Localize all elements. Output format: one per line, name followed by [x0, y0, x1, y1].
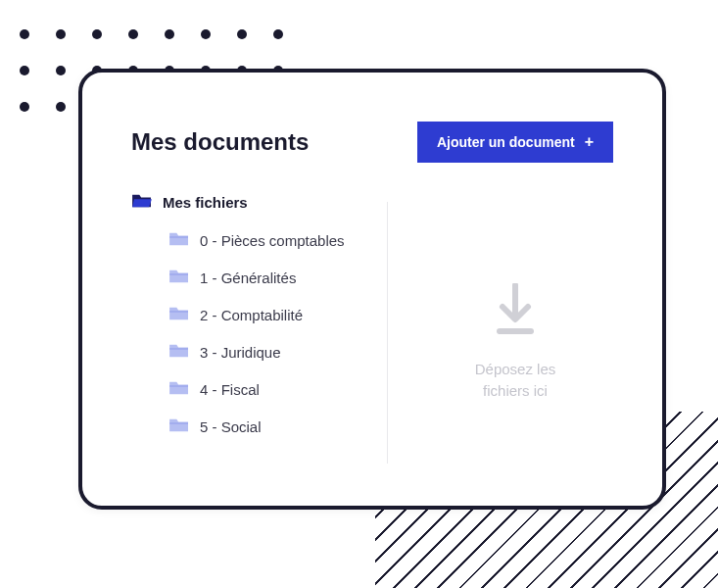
svg-rect-0 — [169, 236, 188, 237]
panel-content: Mes fichiers 0 - Pièces comptables 1 - G… — [131, 192, 613, 473]
svg-rect-5 — [169, 422, 188, 423]
tree-item-label: 0 - Pièces comptables — [200, 232, 345, 249]
folder-icon — [168, 268, 190, 288]
svg-rect-6 — [497, 328, 534, 334]
dropzone-text: Déposez les fichiers ici — [461, 359, 569, 403]
tree-item-label: 5 - Social — [200, 418, 262, 435]
svg-rect-3 — [169, 348, 188, 349]
tree-item[interactable]: 1 - Généralités — [168, 268, 358, 288]
add-document-label: Ajouter un document — [437, 134, 575, 150]
file-dropzone[interactable]: Déposez les fichiers ici — [417, 192, 613, 473]
svg-rect-2 — [169, 311, 188, 312]
page-title: Mes documents — [131, 128, 309, 156]
tree-item[interactable]: 4 - Fiscal — [168, 379, 358, 400]
tree-root-label: Mes fichiers — [163, 194, 248, 211]
tree-item[interactable]: 5 - Social — [168, 416, 358, 437]
tree-item-label: 1 - Généralités — [200, 270, 296, 286]
folder-icon — [168, 379, 190, 400]
folder-open-icon — [131, 192, 153, 213]
download-icon — [491, 283, 540, 341]
tree-root-item[interactable]: Mes fichiers — [131, 192, 358, 213]
panel-header: Mes documents Ajouter un document + — [131, 122, 613, 163]
plus-icon: + — [585, 133, 594, 151]
tree-item[interactable]: 2 - Comptabilité — [168, 305, 358, 325]
folder-icon — [168, 305, 190, 325]
divider — [387, 202, 388, 464]
tree-children: 0 - Pièces comptables 1 - Généralités 2 … — [131, 230, 358, 437]
tree-item-label: 4 - Fiscal — [200, 381, 260, 398]
tree-item[interactable]: 3 - Juridique — [168, 342, 358, 363]
svg-rect-4 — [169, 385, 188, 386]
folder-icon — [168, 230, 190, 251]
tree-item[interactable]: 0 - Pièces comptables — [168, 230, 358, 251]
folder-icon — [168, 342, 190, 363]
add-document-button[interactable]: Ajouter un document + — [417, 122, 613, 163]
svg-rect-1 — [169, 273, 188, 274]
tree-item-label: 3 - Juridique — [200, 344, 281, 361]
folder-icon — [168, 416, 190, 437]
folder-tree: Mes fichiers 0 - Pièces comptables 1 - G… — [131, 192, 358, 473]
documents-panel: Mes documents Ajouter un document + Mes … — [78, 69, 666, 510]
tree-item-label: 2 - Comptabilité — [200, 307, 303, 323]
